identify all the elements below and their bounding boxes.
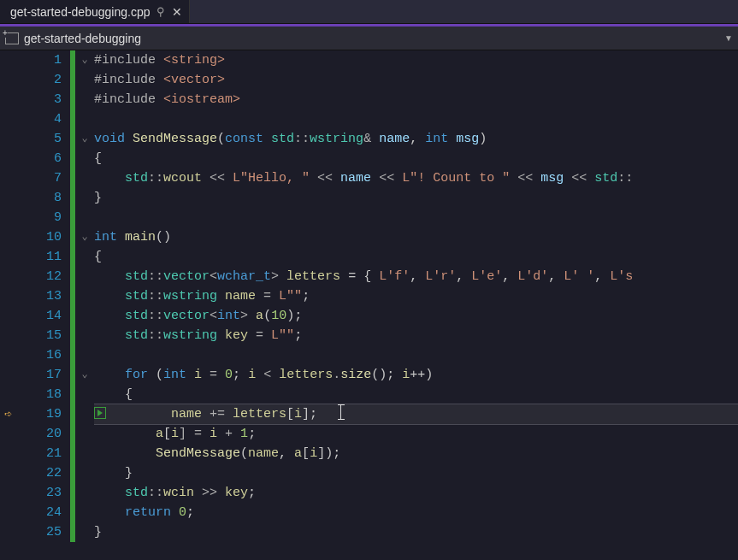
- code-line[interactable]: a[i] = i + 1;: [94, 424, 738, 444]
- line-number[interactable]: 6: [22, 149, 62, 168]
- navigation-scope-bar[interactable]: get-started-debugging ▼: [0, 27, 738, 50]
- fold-toggle[interactable]: [75, 90, 94, 109]
- fold-toggle[interactable]: [75, 522, 94, 542]
- code-editor[interactable]: ➪ 12345678910111213141516171819202122232…: [0, 50, 738, 560]
- code-line[interactable]: std::vector<int> a(10);: [94, 306, 738, 326]
- fold-toggle[interactable]: [75, 149, 94, 168]
- fold-toggle[interactable]: [75, 444, 94, 463]
- fold-toggle[interactable]: ⌄: [75, 365, 94, 385]
- token: #include: [94, 53, 163, 68]
- line-number[interactable]: 14: [22, 306, 62, 326]
- code-line[interactable]: std::wcout << L"Hello, " << name << L"! …: [94, 168, 738, 188]
- chevron-down-icon[interactable]: ▼: [724, 33, 733, 43]
- fold-toggle[interactable]: [75, 483, 94, 503]
- code-line[interactable]: std::vector<wchar_t> letters = { L'f', L…: [94, 267, 738, 286]
- token: std: [125, 486, 148, 500]
- line-number[interactable]: 2: [22, 70, 62, 90]
- code-line[interactable]: return 0;: [94, 503, 738, 522]
- fold-toggle[interactable]: [75, 208, 94, 227]
- fold-toggle[interactable]: ⌄: [75, 227, 94, 247]
- code-line[interactable]: std::wcin >> key;: [94, 483, 738, 503]
- execution-pointer-icon[interactable]: ➪: [4, 406, 12, 422]
- token: name: [340, 171, 371, 186]
- pin-icon[interactable]: ⚲: [156, 5, 165, 18]
- code-line[interactable]: [94, 345, 738, 365]
- code-line[interactable]: }: [94, 522, 738, 542]
- line-number[interactable]: 23: [22, 483, 62, 503]
- line-number[interactable]: 25: [22, 522, 62, 542]
- code-line[interactable]: [94, 109, 738, 129]
- line-number[interactable]: 12: [22, 267, 62, 286]
- code-line[interactable]: std::wstring key = L"";: [94, 326, 738, 345]
- line-number[interactable]: 10: [22, 227, 62, 247]
- close-icon[interactable]: ✕: [172, 5, 182, 19]
- line-number[interactable]: 21: [22, 444, 62, 463]
- token: int: [217, 309, 240, 323]
- fold-toggle[interactable]: [75, 326, 94, 345]
- code-area[interactable]: #include <string>#include <vector>#inclu…: [94, 50, 738, 560]
- token: ;: [186, 505, 194, 520]
- token: int: [163, 368, 194, 382]
- code-line[interactable]: SendMessage(name, a[i]);: [94, 444, 738, 463]
- code-line[interactable]: }: [94, 188, 738, 208]
- line-number[interactable]: 11: [22, 247, 62, 267]
- token: );: [286, 309, 302, 323]
- token: >: [240, 309, 256, 323]
- code-line[interactable]: }: [94, 463, 738, 483]
- line-number[interactable]: 18: [22, 385, 62, 404]
- fold-toggle[interactable]: ⌄: [75, 50, 94, 70]
- line-number[interactable]: 17: [22, 365, 62, 385]
- code-line[interactable]: {: [94, 385, 738, 404]
- code-line[interactable]: [94, 208, 738, 227]
- fold-toggle[interactable]: [75, 247, 94, 267]
- code-line[interactable]: {: [94, 247, 738, 267]
- fold-toggle[interactable]: [75, 70, 94, 90]
- code-line[interactable]: std::wstring name = L"";: [94, 286, 738, 306]
- line-number[interactable]: 7: [22, 168, 62, 188]
- fold-toggle[interactable]: [75, 306, 94, 326]
- fold-toggle[interactable]: [75, 404, 94, 424]
- line-number[interactable]: 3: [22, 90, 62, 109]
- code-line[interactable]: name += letters[i];: [94, 404, 738, 424]
- line-number[interactable]: 24: [22, 503, 62, 522]
- fold-toggle[interactable]: [75, 267, 94, 286]
- token: L"": [271, 328, 294, 343]
- line-number[interactable]: 13: [22, 286, 62, 306]
- glyph-margin[interactable]: ➪: [0, 50, 22, 560]
- line-number[interactable]: 9: [22, 208, 62, 227]
- fold-toggle[interactable]: [75, 463, 94, 483]
- fold-toggle[interactable]: [75, 188, 94, 208]
- line-number[interactable]: 1: [22, 50, 62, 70]
- code-line[interactable]: for (int i = 0; i < letters.size(); i++): [94, 365, 738, 385]
- line-number[interactable]: 4: [22, 109, 62, 129]
- fold-toggle[interactable]: ⌄: [75, 129, 94, 149]
- line-number-gutter[interactable]: 1234567891011121314151617181920212223242…: [22, 50, 70, 560]
- line-number[interactable]: 5: [22, 129, 62, 149]
- code-line[interactable]: void SendMessage(const std::wstring& nam…: [94, 129, 738, 149]
- line-number[interactable]: 15: [22, 326, 62, 345]
- fold-toggle[interactable]: [75, 345, 94, 365]
- fold-toggle[interactable]: [75, 503, 94, 522]
- code-line[interactable]: #include <iostream>: [94, 90, 738, 109]
- line-number[interactable]: 16: [22, 345, 62, 365]
- line-number[interactable]: 20: [22, 424, 62, 444]
- line-number[interactable]: 22: [22, 463, 62, 483]
- fold-toggle[interactable]: [75, 168, 94, 188]
- token: std: [594, 171, 617, 186]
- token: ;: [248, 427, 256, 441]
- code-line[interactable]: int main(): [94, 227, 738, 247]
- code-line[interactable]: #include <vector>: [94, 70, 738, 90]
- run-to-click-icon[interactable]: [94, 407, 106, 419]
- fold-toggle[interactable]: [75, 109, 94, 129]
- fold-column[interactable]: ⌄⌄⌄⌄: [75, 50, 94, 560]
- fold-toggle[interactable]: [75, 424, 94, 444]
- code-line[interactable]: #include <string>: [94, 50, 738, 70]
- line-number[interactable]: 19: [22, 404, 62, 424]
- fold-toggle[interactable]: [75, 385, 94, 404]
- fold-toggle[interactable]: [75, 286, 94, 306]
- token: +: [217, 427, 240, 441]
- code-line[interactable]: {: [94, 149, 738, 168]
- file-tab[interactable]: get-started-debugging.cpp ⚲ ✕: [0, 0, 190, 23]
- token: name: [225, 289, 256, 304]
- line-number[interactable]: 8: [22, 188, 62, 208]
